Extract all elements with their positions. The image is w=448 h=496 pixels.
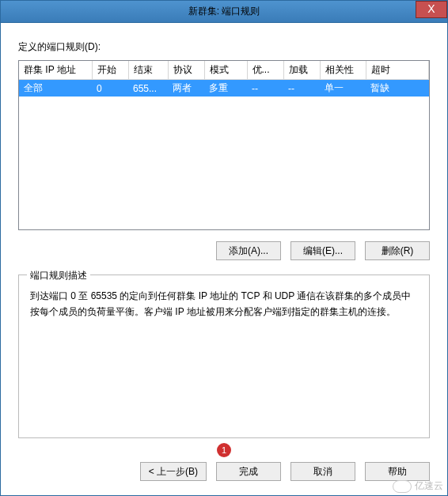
cell-end: 655... bbox=[128, 80, 168, 97]
dialog-window: 新群集: 端口规则 X 定义的端口规则(D): 群集 IP 地址 开始 结束 协 bbox=[0, 0, 448, 496]
back-button[interactable]: < 上一步(B) bbox=[140, 462, 207, 481]
col-end[interactable]: 结束 bbox=[128, 61, 168, 80]
col-cluster-ip[interactable]: 群集 IP 地址 bbox=[19, 61, 92, 80]
defined-rules-label: 定义的端口规则(D): bbox=[18, 40, 430, 54]
table-header-row: 群集 IP 地址 开始 结束 协议 模式 优... 加载 相关性 超时 bbox=[19, 61, 429, 80]
close-icon: X bbox=[427, 2, 435, 15]
cell-mode: 多重 bbox=[204, 80, 247, 97]
titlebar: 新群集: 端口规则 X bbox=[1, 1, 447, 23]
rules-table-container: 群集 IP 地址 开始 结束 协议 模式 优... 加载 相关性 超时 全部 0 bbox=[18, 60, 430, 230]
add-button[interactable]: 添加(A)... bbox=[216, 241, 281, 260]
edit-button[interactable]: 编辑(E)... bbox=[290, 241, 355, 260]
rule-action-row: 添加(A)... 编辑(E)... 删除(R) bbox=[18, 241, 430, 260]
wizard-button-row: < 上一步(B) 完成 取消 帮助 bbox=[18, 462, 430, 481]
col-mode[interactable]: 模式 bbox=[204, 61, 247, 80]
rule-description-text: 到达端口 0 至 65535 的定向到任何群集 IP 地址的 TCP 和 UDP… bbox=[30, 288, 418, 320]
annotation-badge: 1 bbox=[217, 443, 231, 457]
table-row[interactable]: 全部 0 655... 两者 多重 -- -- 单一 暂缺 bbox=[19, 80, 429, 97]
close-button[interactable]: X bbox=[416, 1, 447, 18]
col-priority[interactable]: 优... bbox=[247, 61, 283, 80]
rule-description-legend: 端口规则描述 bbox=[27, 269, 90, 282]
dialog-body: 定义的端口规则(D): 群集 IP 地址 开始 结束 协议 模式 优... bbox=[1, 23, 447, 495]
rule-description-group: 端口规则描述 到达端口 0 至 65535 的定向到任何群集 IP 地址的 TC… bbox=[18, 275, 430, 438]
col-affinity[interactable]: 相关性 bbox=[320, 61, 366, 80]
help-button[interactable]: 帮助 bbox=[365, 462, 430, 481]
cell-load: -- bbox=[283, 80, 320, 97]
rules-table[interactable]: 群集 IP 地址 开始 结束 协议 模式 优... 加载 相关性 超时 全部 0 bbox=[19, 61, 429, 97]
col-timeout[interactable]: 超时 bbox=[366, 61, 429, 80]
cell-cluster-ip: 全部 bbox=[19, 80, 92, 97]
cell-affinity: 单一 bbox=[320, 80, 366, 97]
col-protocol[interactable]: 协议 bbox=[168, 61, 204, 80]
finish-button[interactable]: 完成 bbox=[216, 462, 281, 481]
col-load[interactable]: 加载 bbox=[283, 61, 320, 80]
cancel-button[interactable]: 取消 bbox=[290, 462, 355, 481]
window-title: 新群集: 端口规则 bbox=[188, 5, 260, 18]
cell-start: 0 bbox=[92, 80, 128, 97]
col-start[interactable]: 开始 bbox=[92, 61, 128, 80]
cell-priority: -- bbox=[247, 80, 283, 97]
remove-button[interactable]: 删除(R) bbox=[365, 241, 430, 260]
cell-protocol: 两者 bbox=[168, 80, 204, 97]
cell-timeout: 暂缺 bbox=[366, 80, 429, 97]
